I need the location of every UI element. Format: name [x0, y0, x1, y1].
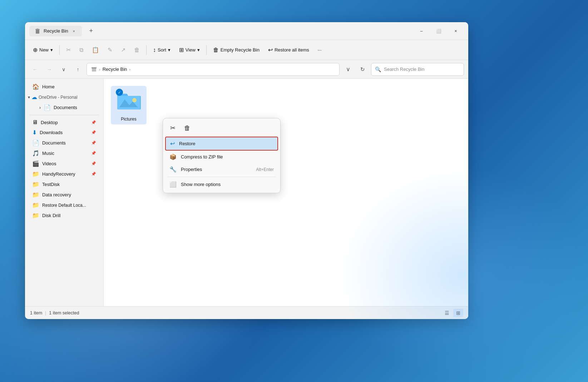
toolbar-sep-3	[206, 45, 207, 55]
videos-icon: 🎬	[32, 160, 39, 167]
svg-point-6	[132, 98, 137, 102]
sidebar-item-diskdrill[interactable]: 📁 Disk Drill	[26, 210, 102, 221]
close-button[interactable]: ×	[448, 25, 464, 37]
svg-rect-2	[37, 28, 39, 29]
sort-button[interactable]: ↕ Sort ▾	[149, 45, 174, 55]
status-view-controls: ☰ ⊞	[442, 309, 463, 317]
pin-icon-desktop: 📌	[91, 120, 96, 125]
file-area[interactable]: ✓ Pictures ✂	[104, 79, 468, 306]
cut-button[interactable]: ✂	[63, 44, 74, 55]
tab-title: Recycle Bin	[44, 28, 68, 34]
path-end-chevron: ›	[129, 67, 130, 72]
view-button[interactable]: ⊞ View ▾	[176, 44, 203, 55]
sidebar-label-onedrive: OneDrive - Personal	[39, 95, 78, 100]
address-dropdown-button[interactable]: ∨	[342, 64, 354, 75]
sidebar-label-desktop: Desktop	[41, 120, 58, 125]
sidebar-label-restoredefault: Restore Default Loca...	[42, 203, 86, 208]
desktop-icon: 🖥	[32, 119, 38, 126]
tab-close-button[interactable]: ×	[71, 28, 77, 34]
sidebar-label-videos: Videos	[42, 161, 56, 166]
ctx-restore-item[interactable]: ↩ Restore	[165, 137, 278, 151]
status-item-count: 1 item	[30, 310, 42, 315]
sidebar-item-downloads[interactable]: ⬇ Downloads 📌	[26, 127, 102, 138]
minimize-button[interactable]: –	[413, 25, 430, 37]
empty-recycle-bin-button[interactable]: 🗑 Empty Recycle Bin	[209, 45, 263, 55]
music-icon: 🎵	[32, 150, 39, 157]
ctx-more-options-item[interactable]: ⬜ Show more options	[165, 178, 278, 191]
list-view-button[interactable]: ☰	[442, 309, 452, 317]
pin-icon-downloads: 📌	[91, 130, 96, 135]
pictures-icon-wrapper: ✓	[116, 89, 142, 114]
more-options-button[interactable]: ···	[314, 45, 325, 55]
delete-icon: 🗑	[134, 47, 140, 53]
new-tab-button[interactable]: +	[85, 25, 97, 37]
sidebar-item-documents[interactable]: 📄 Documents 📌	[26, 138, 102, 148]
sidebar-label-documents: Documents	[54, 105, 77, 110]
home-icon: 🏠	[32, 83, 39, 90]
sidebar-item-videos[interactable]: 🎬 Videos 📌	[26, 158, 102, 169]
file-item-name-pictures: Pictures	[121, 117, 136, 122]
recent-locations-button[interactable]: ∨	[58, 64, 69, 75]
active-tab[interactable]: Recycle Bin ×	[29, 26, 82, 36]
title-bar: Recycle Bin × + – ⬜ ×	[25, 22, 468, 40]
maximize-button[interactable]: ⬜	[430, 25, 447, 37]
sidebar-item-home[interactable]: 🏠 Home	[26, 82, 102, 92]
ctx-more-label: Show more options	[181, 182, 221, 187]
ctx-delete-icon[interactable]: 🗑	[183, 123, 192, 133]
address-path[interactable]: › Recycle Bin ›	[87, 63, 340, 76]
restoredefault-icon: 📁	[32, 202, 39, 209]
forward-button[interactable]: →	[44, 64, 55, 75]
context-menu-toolbar: ✂ 🗑	[165, 121, 278, 136]
search-box[interactable]: 🔍 Search Recycle Bin	[371, 63, 464, 76]
file-item-pictures[interactable]: ✓ Pictures	[111, 86, 147, 124]
grid-view-button[interactable]: ⊞	[453, 309, 463, 317]
sidebar-label-downloads: Downloads	[40, 130, 63, 135]
back-button[interactable]: ←	[29, 64, 41, 75]
onedrive-chevron-icon: ▾	[28, 95, 30, 100]
sidebar-item-desktop[interactable]: 🖥 Desktop 📌	[26, 117, 102, 127]
refresh-button[interactable]: ↻	[357, 64, 368, 75]
ctx-properties-label: Properties	[181, 167, 202, 172]
window-controls: – ⬜ ×	[413, 25, 464, 37]
sidebar-item-testdisk[interactable]: 📁 TestDisk	[26, 179, 102, 190]
paste-button[interactable]: 📋	[88, 44, 103, 55]
rename-button[interactable]: ✎	[104, 44, 116, 55]
documents-icon: 📄	[44, 104, 51, 111]
sidebar-item-handyrecovery[interactable]: 📁 HandyRecovery 📌	[26, 169, 102, 179]
address-bar: ← → ∨ ↑ › Recycle Bin › ∨ ↻ 🔍 Search	[25, 60, 468, 79]
ctx-compress-item[interactable]: 📦 Compress to ZIP file	[165, 151, 278, 163]
restore-all-button[interactable]: ↩ Restore all items	[265, 44, 313, 55]
status-separator: |	[45, 310, 46, 315]
pin-icon-handy: 📌	[91, 172, 96, 176]
delete-button[interactable]: 🗑	[130, 45, 143, 55]
sidebar: 🏠 Home ▾ ☁ OneDrive - Personal › 📄 Docum…	[25, 79, 104, 306]
new-button[interactable]: ⊕ New ▾	[29, 44, 56, 55]
sidebar-item-restoredefault[interactable]: 📁 Restore Default Loca...	[26, 200, 102, 210]
status-bar: 1 item | 1 item selected ☰ ⊞	[25, 306, 468, 319]
up-icon: ↑	[77, 67, 79, 72]
sidebar-item-documents-onedrive[interactable]: › 📄 Documents	[26, 102, 102, 113]
testdisk-icon: 📁	[32, 181, 39, 188]
sidebar-item-music[interactable]: 🎵 Music 📌	[26, 148, 102, 158]
up-button[interactable]: ↑	[72, 64, 84, 75]
ctx-cut-icon[interactable]: ✂	[169, 123, 177, 133]
forward-icon: →	[47, 67, 52, 72]
sidebar-label-documents2: Documents	[42, 140, 66, 146]
sort-icon: ↕	[153, 47, 156, 53]
share-button[interactable]: ↗	[117, 44, 129, 55]
copy-button[interactable]: ⧉	[76, 45, 87, 55]
path-chevron-icon: ›	[99, 67, 100, 72]
ctx-compress-label: Compress to ZIP file	[181, 154, 223, 160]
sidebar-expand-onedrive[interactable]: ▾ ☁ OneDrive - Personal	[25, 92, 103, 102]
more-icon: ···	[318, 47, 322, 53]
pin-icon-docs: 📌	[91, 141, 96, 145]
ctx-compress-icon: 📦	[169, 153, 177, 160]
path-recycle-icon	[91, 67, 97, 72]
ctx-separator	[167, 177, 276, 177]
sidebar-item-datarecovery[interactable]: 📁 Data recovery	[26, 190, 102, 200]
sidebar-label-testdisk: TestDisk	[42, 182, 60, 187]
sidebar-label-music: Music	[42, 151, 54, 156]
ctx-properties-item[interactable]: 🔧 Properties Alt+Enter	[165, 163, 278, 176]
sidebar-label-diskdrill: Disk Drill	[42, 213, 60, 218]
grid-view-icon: ⊞	[456, 310, 460, 316]
